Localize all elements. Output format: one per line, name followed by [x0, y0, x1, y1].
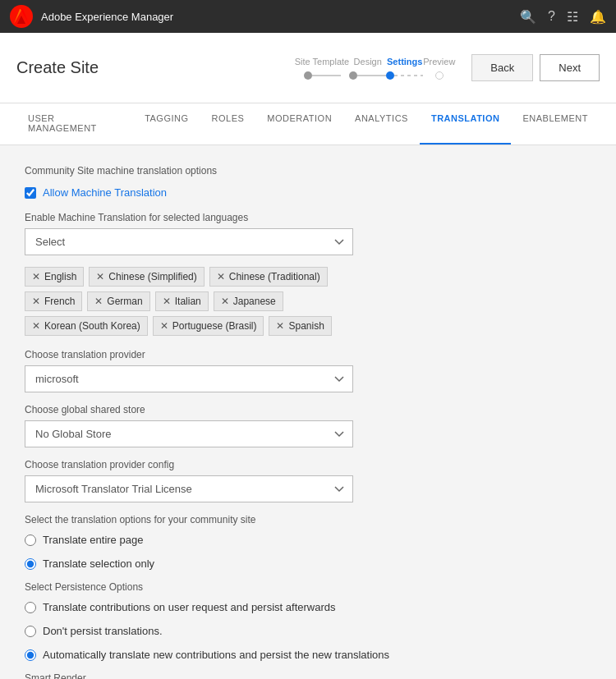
tag-chinese-traditional: ✕ Chinese (Traditional): [209, 267, 328, 287]
allow-machine-translation-checkbox[interactable]: [25, 187, 36, 199]
step-design: Design: [349, 57, 386, 80]
step-line-2: [357, 75, 386, 76]
main-content: Community Site machine translation optio…: [0, 145, 616, 679]
auto-translate-row: Automatically translate new contribution…: [25, 649, 591, 661]
tag-remove-chinese-traditional[interactable]: ✕: [217, 271, 225, 282]
enable-languages-label: Enable Machine Translation for selected …: [25, 212, 591, 223]
back-button[interactable]: Back: [471, 54, 533, 81]
provider-config-label: Choose translation provider config: [25, 459, 591, 470]
tab-user-management[interactable]: USER MANAGEMENT: [16, 103, 133, 145]
global-store-label: Choose global shared store: [25, 404, 591, 415]
dont-persist-label[interactable]: Don't persist translations.: [43, 625, 163, 637]
translate-entire-page-radio[interactable]: [25, 534, 36, 546]
tag-remove-italian[interactable]: ✕: [163, 296, 171, 307]
tag-label-english: English: [44, 271, 76, 282]
bell-icon[interactable]: 🔔: [590, 9, 606, 25]
app-title: Adobe Experience Manager: [41, 11, 512, 23]
smart-render-label: Smart Render: [25, 672, 591, 679]
step-label-settings: Settings: [387, 57, 422, 67]
persist-on-request-radio[interactable]: [25, 602, 36, 613]
tag-label-spanish: Spanish: [288, 320, 324, 332]
provider-label: Choose translation provider: [25, 349, 591, 360]
language-select-wrapper: Select: [25, 228, 353, 255]
provider-select-wrapper: microsoft: [25, 365, 353, 392]
tag-label-chinese-simplified: Chinese (Simplified): [108, 271, 196, 282]
tag-remove-chinese-simplified[interactable]: ✕: [96, 271, 104, 282]
provider-config-select[interactable]: Microsoft Translator Trial License: [25, 475, 353, 502]
step-label-design: Design: [354, 57, 382, 67]
tabs-bar: USER MANAGEMENT TAGGING ROLES MODERATION…: [0, 103, 616, 145]
persistence-group: Translate contributions on user request …: [25, 601, 591, 661]
tab-analytics[interactable]: ANALYTICS: [343, 103, 420, 145]
tag-remove-french[interactable]: ✕: [32, 296, 40, 307]
tag-chinese-simplified: ✕ Chinese (Simplified): [89, 267, 204, 287]
tag-italian: ✕ Italian: [155, 291, 209, 311]
tag-remove-portuguese[interactable]: ✕: [160, 320, 168, 332]
step-label-site-template: Site Template: [295, 57, 349, 67]
tab-moderation[interactable]: MODERATION: [255, 103, 343, 145]
auto-translate-label[interactable]: Automatically translate new contribution…: [43, 649, 389, 661]
svg-marker-2: [17, 16, 25, 24]
provider-select[interactable]: microsoft: [25, 365, 353, 392]
step-line-1: [312, 75, 341, 76]
step-dot-preview: [435, 71, 444, 80]
translation-options-label: Select the translation options for your …: [25, 514, 591, 525]
language-select[interactable]: Select: [25, 228, 353, 255]
step-site-template: Site Template: [295, 57, 349, 80]
tab-translation[interactable]: TRANSLATION: [420, 103, 512, 145]
tag-remove-german[interactable]: ✕: [94, 296, 103, 307]
tag-label-korean: Korean (South Korea): [44, 320, 140, 332]
search-icon[interactable]: 🔍: [520, 9, 536, 25]
step-label-preview: Preview: [423, 57, 455, 67]
tag-remove-spanish[interactable]: ✕: [276, 320, 284, 332]
global-store-select[interactable]: No Global Store: [25, 420, 353, 447]
tag-label-chinese-traditional: Chinese (Traditional): [229, 271, 320, 282]
tag-remove-english[interactable]: ✕: [32, 271, 40, 282]
help-icon[interactable]: ?: [548, 9, 555, 24]
allow-machine-translation-row: Allow Machine Translation: [25, 186, 591, 199]
create-site-label: Create Site: [16, 58, 295, 77]
next-button[interactable]: Next: [540, 54, 600, 81]
tab-enablement[interactable]: ENABLEMENT: [511, 103, 600, 145]
apps-icon[interactable]: ☷: [567, 9, 578, 25]
topbar: Adobe Experience Manager 🔍 ? ☷ 🔔: [0, 0, 616, 33]
translate-selection-radio[interactable]: [25, 558, 36, 570]
tag-remove-japanese[interactable]: ✕: [221, 296, 229, 307]
step-dot-settings: [386, 71, 394, 80]
step-dot-site-template: [304, 71, 312, 80]
tag-label-german: German: [107, 296, 142, 307]
tag-label-french: French: [44, 296, 75, 307]
tag-portuguese: ✕ Portuguese (Brasil): [153, 316, 264, 336]
wizard-steps: Site Template Design Settings Preview: [295, 57, 456, 80]
wizard-header: Create Site Site Template Design Setting…: [0, 33, 616, 103]
persistence-label: Select Persistence Options: [25, 581, 591, 593]
tag-spanish: ✕ Spanish: [269, 316, 331, 336]
dont-persist-radio[interactable]: [25, 626, 36, 637]
section-title: Community Site machine translation optio…: [25, 165, 591, 177]
step-settings: Settings: [386, 57, 423, 80]
tag-korean: ✕ Korean (South Korea): [25, 316, 148, 336]
tab-roles[interactable]: ROLES: [200, 103, 256, 145]
provider-config-select-wrapper: Microsoft Translator Trial License: [25, 475, 353, 502]
tag-english: ✕ English: [25, 267, 84, 287]
tag-remove-korean[interactable]: ✕: [32, 320, 40, 332]
tag-label-italian: Italian: [175, 296, 201, 307]
auto-translate-radio[interactable]: [25, 649, 36, 661]
tag-label-japanese: Japanese: [233, 296, 276, 307]
global-store-select-wrapper: No Global Store: [25, 420, 353, 447]
tab-tagging[interactable]: TAGGING: [133, 103, 200, 145]
selected-languages-tags: ✕ English ✕ Chinese (Simplified) ✕ Chine…: [25, 267, 353, 336]
wizard-actions: Back Next: [471, 54, 600, 81]
allow-machine-translation-label[interactable]: Allow Machine Translation: [43, 186, 167, 199]
persist-on-request-label[interactable]: Translate contributions on user request …: [43, 601, 335, 613]
tag-french: ✕ French: [25, 291, 82, 311]
translate-selection-label[interactable]: Translate selection only: [43, 557, 154, 570]
translate-selection-row: Translate selection only: [25, 557, 591, 570]
tag-label-portuguese: Portuguese (Brasil): [172, 320, 257, 332]
translation-options-group: Translate entire page Translate selectio…: [25, 534, 591, 570]
translate-entire-page-row: Translate entire page: [25, 534, 591, 546]
translate-entire-page-label[interactable]: Translate entire page: [43, 534, 143, 546]
step-dot-design: [349, 71, 357, 80]
step-line-3: [394, 75, 423, 76]
tag-german: ✕ German: [87, 291, 149, 311]
